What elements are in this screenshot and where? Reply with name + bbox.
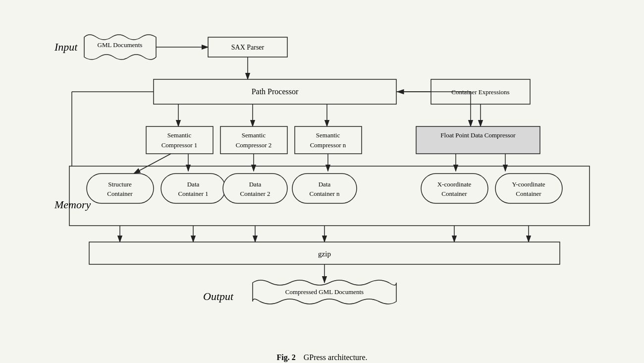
compressed-gml-label: Compressed GML Documents [285, 288, 364, 296]
gml-documents-label: GML Documents [98, 41, 143, 49]
x-coordinate-line2: Container [441, 190, 467, 197]
y-coordinate-box [495, 174, 562, 203]
semantic-1-line2: Compressor 1 [161, 141, 198, 149]
data-container-n-line1: Data [319, 181, 331, 188]
memory-label: Memory [54, 198, 91, 211]
input-label: Input [54, 41, 78, 53]
structure-container-line1: Structure [108, 181, 132, 188]
structure-container-box [87, 174, 154, 203]
semantic-2-line2: Compressor 2 [236, 141, 272, 149]
x-coordinate-line1: X-coordinate [437, 181, 472, 188]
semantic-2-line1: Semantic [242, 131, 266, 139]
semantic-n-box [295, 126, 362, 154]
semantic-n-line2: Compressor n [310, 141, 346, 149]
data-container-1-box [161, 174, 225, 203]
x-coordinate-box [421, 174, 488, 203]
semantic-n-line1: Semantic [316, 131, 340, 139]
architecture-diagram: Input GML Documents SAX Parser Path Proc… [40, 10, 604, 347]
data-container-2-line2: Container 2 [240, 190, 270, 197]
path-processor-label: Path Processor [252, 87, 299, 96]
float-point-box [416, 126, 540, 154]
fig-title: GPress architecture. [304, 353, 368, 362]
data-container-n-box [292, 174, 357, 203]
fig-label: Fig. 2 [276, 353, 295, 362]
data-container-1-line1: Data [187, 181, 200, 188]
y-coordinate-line2: Container [516, 190, 541, 197]
semantic-2-box [220, 126, 287, 154]
semantic-1-box [146, 126, 213, 154]
float-point-line1: Float Point Data Compressor [440, 131, 516, 139]
data-container-1-line2: Container 1 [178, 190, 208, 197]
data-container-2-line1: Data [249, 181, 262, 188]
semantic-1-line1: Semantic [167, 131, 192, 139]
sax-parser-label: SAX Parser [231, 44, 265, 51]
figure-caption: Fig. 2 GPress architecture. [40, 353, 604, 362]
diagram-container: Input GML Documents SAX Parser Path Proc… [25, 0, 619, 363]
y-coordinate-line1: Y-coordinate [512, 181, 545, 188]
structure-container-line2: Container [107, 190, 133, 197]
output-label: Output [203, 290, 234, 302]
gzip-label: gzip [318, 250, 331, 258]
data-container-2-box [223, 174, 287, 203]
data-container-n-line2: Container n [309, 190, 340, 197]
